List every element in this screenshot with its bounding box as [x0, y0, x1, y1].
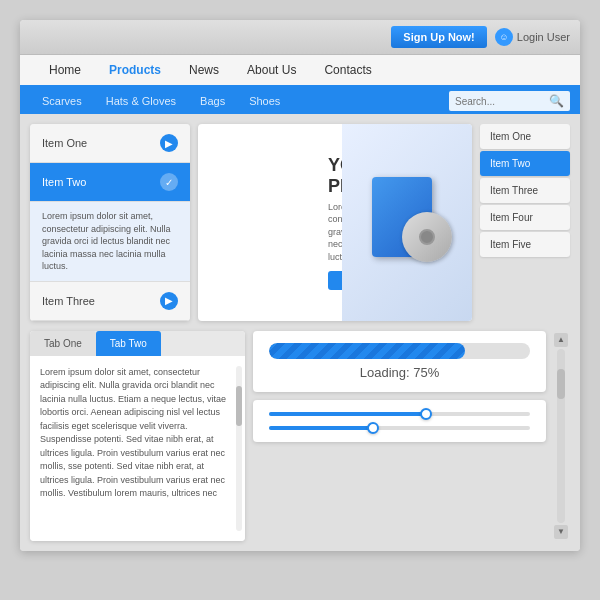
subnav-scarves[interactable]: Scarves: [30, 88, 94, 114]
slider-thumb-2[interactable]: [367, 422, 379, 434]
nav-contacts[interactable]: Contacts: [310, 55, 385, 85]
nav-home[interactable]: Home: [35, 55, 95, 85]
loading-panel: Loading: 75%: [253, 331, 546, 541]
accordion-panel: Item One ▶ Item Two ✓ Lorem ipsum dolor …: [30, 124, 190, 321]
login-label: Login User: [517, 31, 570, 43]
slider-row-1: [269, 412, 530, 416]
accordion-label-1: Item One: [42, 137, 87, 149]
slider-track-1[interactable]: [269, 412, 530, 416]
progress-bar-fill: [269, 343, 465, 359]
product-panel: YOUR PRODUCT Lorem ipsum dolor sit amet,…: [198, 124, 472, 321]
bottom-area: Tab One Tab Two Lorem ipsum dolor sit am…: [20, 331, 580, 551]
slider-thumb-1[interactable]: [420, 408, 432, 420]
tab-one-button[interactable]: Tab One: [30, 331, 96, 356]
sliders-card: [253, 400, 546, 442]
accordion-expanded-content: Lorem ipsum dolor sit amet, consectetur …: [30, 202, 190, 282]
progress-bar-bg: [269, 343, 530, 359]
scroll-up-arrow[interactable]: ▲: [554, 333, 568, 347]
signup-button[interactable]: Sign Up Now!: [391, 26, 487, 48]
accordion-arrow-2: ✓: [160, 173, 178, 191]
tab-scroll-thumb[interactable]: [236, 386, 242, 426]
search-icon: 🔍: [549, 94, 564, 108]
loading-text: Loading: 75%: [360, 365, 440, 380]
accordion-label-2: Item Two: [42, 176, 86, 188]
right-list-item-5[interactable]: Item Five: [480, 232, 570, 257]
right-list-item-3[interactable]: Item Three: [480, 178, 570, 203]
loading-card: Loading: 75%: [253, 331, 546, 392]
user-icon: ☺: [495, 28, 513, 46]
subnav-shoes[interactable]: Shoes: [237, 88, 292, 114]
accordion-label-3: Item Three: [42, 295, 95, 307]
tab-content: Lorem ipsum dolor sit amet, consectetur …: [30, 356, 245, 541]
nav-bar: Home Products News About Us Contacts: [20, 55, 580, 88]
accordion-item-3[interactable]: Item Three ▶: [30, 282, 190, 321]
tab-two-button[interactable]: Tab Two: [96, 331, 161, 356]
slider-fill-1: [269, 412, 426, 416]
sub-nav: Scarves Hats & Gloves Bags Shoes 🔍: [20, 88, 580, 114]
slider-fill-2: [269, 426, 373, 430]
accordion-arrow-1: ▶: [160, 134, 178, 152]
scroll-down-arrow[interactable]: ▼: [554, 525, 568, 539]
top-bar: Sign Up Now! ☺ Login User: [20, 20, 580, 55]
product-image: [342, 124, 472, 321]
subnav-bags[interactable]: Bags: [188, 88, 237, 114]
right-list-item-4[interactable]: Item Four: [480, 205, 570, 230]
scroll-track[interactable]: [557, 349, 565, 523]
tab-content-wrapper: Lorem ipsum dolor sit amet, consectetur …: [30, 356, 245, 541]
accordion-item-2[interactable]: Item Two ✓: [30, 163, 190, 202]
accordion-arrow-3: ▶: [160, 292, 178, 310]
right-list: Item One Item Two Item Three Item Four I…: [480, 124, 570, 321]
nav-about[interactable]: About Us: [233, 55, 310, 85]
search-box[interactable]: 🔍: [449, 91, 570, 111]
login-user[interactable]: ☺ Login User: [495, 28, 570, 46]
slider-row-2: [269, 426, 530, 430]
tabs-header: Tab One Tab Two: [30, 331, 245, 356]
tab-scrollbar[interactable]: [236, 366, 242, 531]
tabs-panel: Tab One Tab Two Lorem ipsum dolor sit am…: [30, 331, 245, 541]
scroll-thumb[interactable]: [557, 369, 565, 399]
right-list-item-1[interactable]: Item One: [480, 124, 570, 149]
product-3d-model: [362, 172, 452, 272]
accordion-item-1[interactable]: Item One ▶: [30, 124, 190, 163]
vertical-scrollbar[interactable]: ▲ ▼: [554, 331, 568, 541]
nav-products[interactable]: Products: [95, 55, 175, 85]
subnav-hats[interactable]: Hats & Gloves: [94, 88, 188, 114]
search-input[interactable]: [455, 96, 545, 107]
right-list-item-2[interactable]: Item Two: [480, 151, 570, 176]
content-area: Item One ▶ Item Two ✓ Lorem ipsum dolor …: [20, 114, 580, 331]
slider-track-2[interactable]: [269, 426, 530, 430]
nav-news[interactable]: News: [175, 55, 233, 85]
product-disc: [402, 212, 452, 262]
page-wrapper: Sign Up Now! ☺ Login User Home Products …: [20, 20, 580, 551]
